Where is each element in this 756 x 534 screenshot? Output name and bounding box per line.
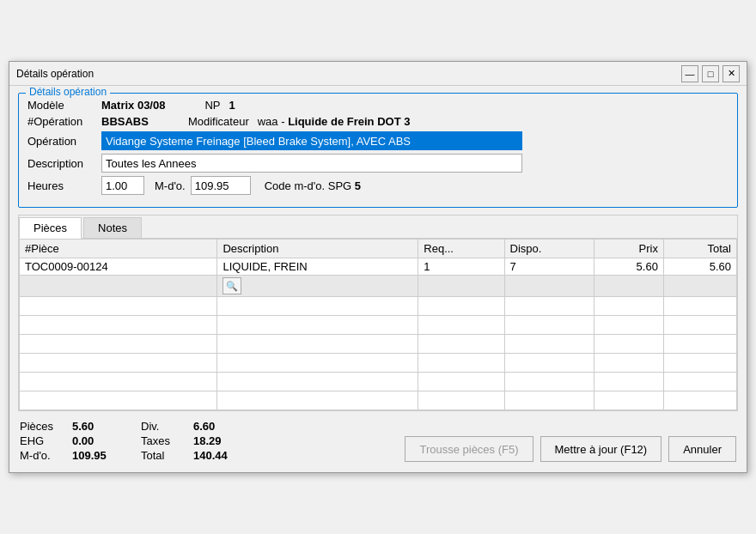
tab-pieces-label: Pièces — [34, 221, 67, 234]
ehg-total-value: 0.00 — [72, 434, 115, 447]
mdo-total-row: M-d'o. 109.95 — [20, 449, 115, 462]
window-controls: — □ ✕ — [681, 65, 740, 82]
code-label: Code m-d'o. SPG 5 — [265, 179, 361, 192]
cell-dispo: 7 — [504, 258, 594, 276]
heures-row: Heures 1.00 M-d'o. 109.95 Code m-d'o. SP… — [27, 176, 729, 195]
footer-area: Pièces 5.60 EHG 0.00 M-d'o. 109.95 Div. — [18, 416, 738, 465]
search-button[interactable]: 🔍 — [223, 277, 241, 294]
details-group-box: Détails opération Modèle Matrix 03/08 NP… — [18, 93, 738, 208]
col-piece: #Pièce — [20, 240, 217, 258]
tab-notes[interactable]: Notes — [83, 217, 142, 238]
table-header: #Pièce Description Req... Dispo. Prix To… — [20, 240, 737, 258]
grand-total-row: Total 140.44 — [141, 449, 236, 462]
cell-req-empty — [418, 276, 504, 297]
empty-row-2 — [20, 316, 737, 335]
cell-req: 1 — [418, 258, 504, 276]
pieces-total-value: 5.60 — [72, 420, 115, 433]
operation-num-row: #Opération BBSABS Modificateur waa - Liq… — [27, 115, 729, 128]
modificateur-value: waa - Liquide de Frein DOT 3 — [258, 115, 411, 128]
maximize-button[interactable]: □ — [702, 65, 719, 82]
cell-total-empty — [663, 276, 736, 297]
tab-pieces-content: #Pièce Description Req... Dispo. Prix To… — [19, 239, 737, 410]
grand-total-label: Total — [141, 449, 188, 462]
div-total-label: Div. — [141, 420, 188, 433]
description-row: Description Toutes les Annees — [27, 154, 729, 173]
modele-row: Modèle Matrix 03/08 NP 1 — [27, 99, 729, 112]
modificateur-bold: Liquide de Frein DOT 3 — [288, 115, 410, 128]
ehg-total-row: EHG 0.00 — [20, 434, 115, 447]
heures-value: 1.00 — [106, 179, 127, 192]
operation-row: Opération Vidange Systeme Freinage [Blee… — [27, 131, 729, 150]
cancel-button[interactable]: Annuler — [668, 436, 736, 462]
mdo-label: M-d'o. — [155, 179, 186, 192]
main-window: Détails opération — □ ✕ Détails opératio… — [9, 61, 747, 473]
table-header-row: #Pièce Description Req... Dispo. Prix To… — [20, 240, 737, 258]
operation-input[interactable]: Vidange Systeme Freinage [Bleed Brake Sy… — [101, 131, 522, 150]
pieces-table: #Pièce Description Req... Dispo. Prix To… — [19, 239, 737, 410]
cell-prix-empty — [594, 276, 664, 297]
code-value: 5 — [355, 179, 361, 192]
operation-num-label: #Opération — [27, 115, 96, 128]
cell-piece: TOC0009-00124 — [20, 258, 217, 276]
np-label: NP — [204, 99, 220, 112]
empty-row-5 — [20, 373, 737, 391]
trousse-button[interactable]: Trousse pièces (F5) — [405, 436, 533, 462]
description-input[interactable]: Toutes les Annees — [101, 154, 522, 173]
mdo-footer-value: 109.95 — [72, 449, 115, 462]
table-input-row: 🔍 — [20, 276, 737, 297]
pieces-total-row: Pièces 5.60 — [20, 420, 115, 433]
heures-label: Heures — [27, 179, 96, 192]
taxes-total-row: Taxes 18.29 — [141, 434, 236, 447]
cell-search: 🔍 — [217, 276, 418, 297]
col-dispo: Dispo. — [504, 240, 594, 258]
cell-prix: 5.60 — [594, 258, 664, 276]
update-button[interactable]: Mettre à jour (F12) — [540, 436, 662, 462]
col-req: Req... — [418, 240, 504, 258]
col-total: Total — [663, 240, 736, 258]
empty-row-4 — [20, 354, 737, 373]
footer-buttons: Trousse pièces (F5) Mettre à jour (F12) … — [405, 436, 736, 462]
table-body: TOC0009-00124 LIQUIDE, FREIN 1 7 5.60 5.… — [20, 258, 737, 410]
empty-row-3 — [20, 335, 737, 354]
col-prix: Prix — [594, 240, 664, 258]
tab-notes-label: Notes — [98, 221, 127, 234]
window-title: Détails opération — [16, 68, 94, 80]
footer-totals: Pièces 5.60 EHG 0.00 M-d'o. 109.95 Div. — [20, 420, 236, 462]
div-total-value: 6.60 — [193, 420, 236, 433]
close-button[interactable]: ✕ — [722, 65, 740, 82]
operation-text: Vidange Systeme Freinage [Bleed Brake Sy… — [106, 135, 411, 148]
title-bar: Détails opération — □ ✕ — [9, 62, 747, 86]
group-box-label: Détails opération — [26, 86, 110, 98]
ehg-total-label: EHG — [20, 434, 67, 447]
cell-dispo-empty — [504, 276, 594, 297]
modificateur-label: Modificateur — [188, 115, 249, 128]
empty-row-1 — [20, 297, 737, 316]
modele-value: Matrix 03/08 — [101, 99, 165, 112]
np-value: 1 — [229, 99, 235, 112]
cell-piece-input — [20, 276, 217, 297]
totals-col-2: Div. 6.60 Taxes 18.29 Total 140.44 — [141, 420, 236, 462]
modele-label: Modèle — [27, 99, 96, 112]
description-text: Toutes les Annees — [106, 157, 197, 170]
taxes-total-label: Taxes — [141, 434, 188, 447]
tab-bar: Pièces Notes — [19, 215, 737, 239]
operation-num-value: BBSABS — [101, 115, 149, 128]
description-label: Description — [27, 157, 96, 170]
operation-label: Opération — [27, 135, 96, 148]
mdo-footer-label: M-d'o. — [20, 449, 67, 462]
tabs-container: Pièces Notes #Pièce Description Req... D… — [18, 215, 738, 411]
div-total-row: Div. 6.60 — [141, 420, 236, 433]
tab-pieces[interactable]: Pièces — [19, 217, 82, 239]
minimize-button[interactable]: — — [681, 65, 698, 82]
cell-total: 5.60 — [663, 258, 736, 276]
cell-description: LIQUIDE, FREIN — [217, 258, 418, 276]
table-row: TOC0009-00124 LIQUIDE, FREIN 1 7 5.60 5.… — [20, 258, 737, 276]
grand-total-value: 140.44 — [193, 449, 236, 462]
empty-row-6 — [20, 391, 737, 410]
col-description: Description — [217, 240, 418, 258]
heures-input[interactable]: 1.00 — [101, 176, 144, 195]
mdo-input[interactable]: 109.95 — [191, 176, 251, 195]
window-body: Détails opération Modèle Matrix 03/08 NP… — [9, 86, 747, 472]
pieces-total-label: Pièces — [20, 420, 67, 433]
totals-col-1: Pièces 5.60 EHG 0.00 M-d'o. 109.95 — [20, 420, 115, 462]
